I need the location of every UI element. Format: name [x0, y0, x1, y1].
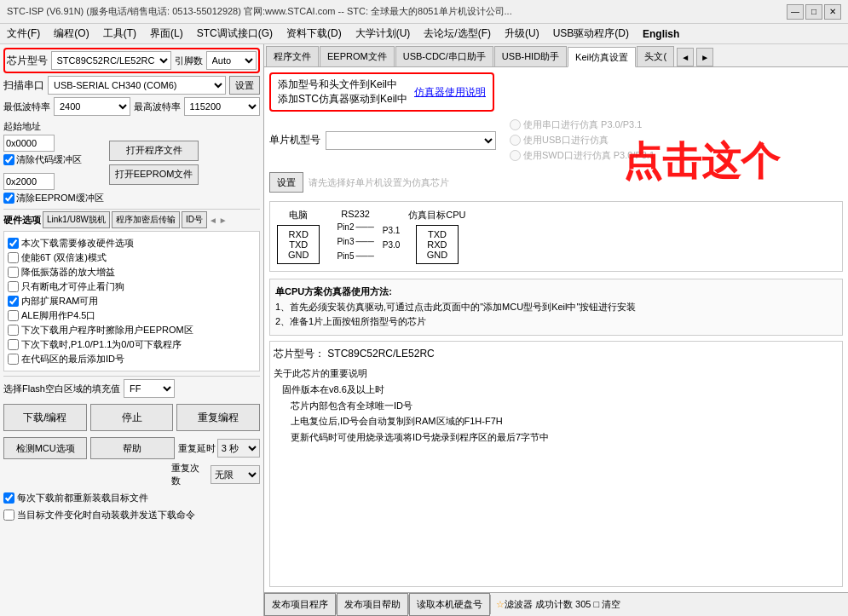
reprogram-btn[interactable]: 重复编程: [176, 404, 260, 431]
opt-5[interactable]: ALE脚用作P4.5口: [8, 309, 256, 322]
sim-usb[interactable]: 使用USB口进行仿真: [510, 134, 655, 147]
status-text: 滤波器 成功计数 305 □ 清空: [505, 598, 620, 611]
opt-0[interactable]: 本次下载需要修改硬件选项: [8, 237, 256, 250]
flash-select[interactable]: FF: [124, 379, 175, 398]
hardware-row: 硬件选项 Link1/U8W脱机 程序加密后传输 ID号 ◄ ►: [3, 209, 260, 228]
tab-prev[interactable]: ◄: [677, 48, 694, 66]
sim-swd[interactable]: 使用SWD口进行仿真 P3.0/P3.1: [510, 149, 655, 162]
detect-btn[interactable]: 检测MCU选项: [3, 437, 87, 459]
pin2: Pin2: [337, 222, 354, 232]
mcu-type-label: 单片机型号: [269, 133, 320, 147]
addr1-row: 起始地址 清除代码缓冲区 清除EEPROM缓冲区 打开程序文件 打开EEPROM…: [3, 120, 260, 204]
tab-header[interactable]: 头文(: [637, 46, 674, 66]
addr1-input[interactable]: [3, 135, 55, 152]
clear-code-label[interactable]: 清除代码缓冲区: [3, 153, 104, 166]
id-btn[interactable]: ID号: [182, 211, 207, 228]
open-eeprom-btn[interactable]: 打开EEPROM文件: [109, 164, 199, 185]
menu-program[interactable]: 编程(O): [50, 25, 92, 43]
open-prog-btn[interactable]: 打开程序文件: [109, 141, 199, 161]
publish-help-btn[interactable]: 发布项目帮助: [337, 593, 408, 616]
tab-next[interactable]: ►: [696, 48, 713, 66]
menu-usb-driver[interactable]: USB驱动程序(D): [550, 25, 632, 43]
clear-eeprom-check[interactable]: [3, 193, 14, 204]
info-chip-type: 芯片型号： STC89C52RC/LE52RC: [274, 345, 839, 362]
encrypt-btn[interactable]: 程序加密后传输: [112, 211, 180, 228]
settings-btn[interactable]: 设置: [229, 76, 260, 95]
flash-label: 选择Flash空白区域的填充值: [3, 383, 120, 395]
menu-forum[interactable]: 去论坛/选型(F): [420, 25, 494, 43]
sim-options: 使用串口进行仿真 P3.0/P3.1 使用USB口进行仿真 使用SWD口进行仿真…: [510, 118, 655, 162]
menu-ui[interactable]: 界面(L): [147, 25, 187, 43]
info-line3: 更新代码时可使用烧录选项将ID号烧录到程序区的最后7字节中: [291, 429, 839, 446]
menu-university[interactable]: 大学计划(U): [352, 25, 414, 43]
opt-8[interactable]: 在代码区的最后添加ID号: [8, 353, 256, 366]
tab-keil-sim[interactable]: Keil仿真设置: [568, 47, 636, 67]
gnd-left: GND: [288, 250, 309, 260]
opt-2[interactable]: 降低振荡器的放大增益: [8, 266, 256, 279]
arrow-left: ◄: [209, 216, 217, 225]
set-chip-btn[interactable]: 设置: [269, 172, 303, 193]
sim-serial[interactable]: 使用串口进行仿真 P3.0/P3.1: [510, 118, 655, 131]
tab-program-file[interactable]: 程序文件: [266, 46, 319, 66]
info-line2: 上电复位后,ID号会自动复制到RAM区域的F1H-F7H: [291, 413, 839, 429]
stop-btn[interactable]: 停止: [90, 404, 174, 431]
tab-eeprom-file[interactable]: EEPROM文件: [320, 46, 395, 66]
delay-select[interactable]: 3 秒: [217, 439, 260, 458]
menu-upgrade[interactable]: 升级(U): [501, 25, 543, 43]
action-btns: 下载/编程 停止 重复编程: [3, 404, 260, 431]
link1-btn[interactable]: Link1/U8W脱机: [43, 211, 110, 228]
minimize-btn[interactable]: —: [787, 4, 804, 20]
addr2-input[interactable]: [3, 173, 55, 190]
scan-label: 扫描串口: [3, 78, 44, 93]
min-baud-select[interactable]: 2400: [54, 97, 130, 116]
auto-check-row[interactable]: 当目标文件变化时自动装载并发送下载命令: [3, 509, 260, 521]
opt-6[interactable]: 下次下载用户程序时擦除用户EEPROM区: [8, 324, 256, 337]
menu-download[interactable]: 资料下载(D): [283, 25, 345, 43]
clear-eeprom-label[interactable]: 清除EEPROM缓冲区: [3, 192, 104, 204]
opt-7[interactable]: 下次下载时,P1.0/P1.1为0/0可下载程序: [8, 338, 256, 351]
close-btn[interactable]: ✕: [824, 4, 841, 20]
left-panel: 芯片型号 STC89C52RC/LE52RC 引脚数 Auto 扫描串口 USB…: [0, 44, 264, 616]
repeat-select[interactable]: 无限: [211, 465, 260, 484]
opt-3[interactable]: 只有断电才可停止看门狗: [8, 280, 256, 293]
chip-model-row: 芯片型号 STC89C52RC/LE52RC 引脚数 Auto: [3, 48, 260, 73]
chip-select[interactable]: STC89C52RC/LE52RC: [51, 51, 171, 70]
pin-count-select[interactable]: Auto: [206, 51, 257, 70]
pin3: Pin3: [337, 237, 354, 246]
info-line1: 芯片内部包含有全球唯一ID号: [291, 398, 839, 414]
tab-usb-cdc[interactable]: USB-CDC/串口助手: [395, 46, 493, 66]
mcu-type-row: 单片机型号 使用串口进行仿真 P3.0/P3.1 使用USB口进行仿真: [269, 118, 843, 162]
auto-label: 当目标文件变化时自动装载并发送下载命令: [17, 509, 195, 521]
help-btn[interactable]: 帮助: [90, 437, 174, 459]
port-select[interactable]: USB-SERIAL CH340 (COM6): [48, 76, 226, 95]
max-baud-select[interactable]: 115200: [184, 97, 261, 116]
download-btn[interactable]: 下载/编程: [3, 404, 87, 431]
auto-check[interactable]: [3, 509, 14, 521]
menu-file[interactable]: 文件(F): [3, 25, 43, 43]
menu-tools[interactable]: 工具(T): [100, 25, 140, 43]
status-area: ☆ 滤波器 成功计数 305 □ 清空: [491, 593, 848, 616]
clear-code-check[interactable]: [3, 154, 14, 165]
right-panel: 程序文件 EEPROM文件 USB-CDC/串口助手 USB-HID助手 Kei…: [264, 44, 848, 616]
right-tabs: 程序文件 EEPROM文件 USB-CDC/串口助手 USB-HID助手 Kei…: [264, 44, 848, 67]
mcu-type-select[interactable]: [326, 131, 496, 150]
menu-stc-debug[interactable]: STC调试接口(G): [193, 25, 276, 43]
reload-check-row[interactable]: 每次下载前都重新装载目标文件: [3, 492, 260, 504]
keil-link[interactable]: 仿真器使用说明: [414, 85, 486, 100]
diagram-area: 电脑 RXD TXD GND RS232 Pin2: [269, 201, 843, 272]
txd-right: TXD: [427, 229, 447, 239]
publish-prog-btn[interactable]: 发布项目程序: [264, 593, 336, 616]
baud-rate-row: 最低波特率 2400 最高波特率 115200: [3, 97, 260, 116]
info-line0: 固件版本在v8.6及以上时: [282, 382, 839, 398]
opt-1[interactable]: 使能6T (双倍速)模式: [8, 251, 256, 264]
repeat-label: 重复次数: [171, 462, 207, 487]
reload-check[interactable]: [3, 492, 14, 504]
star-icon: ☆: [496, 599, 505, 610]
opt-4[interactable]: 内部扩展RAM可用: [8, 295, 256, 308]
menu-english[interactable]: English: [639, 26, 683, 42]
read-hdd-btn[interactable]: 读取本机硬盘号: [409, 593, 490, 616]
maximize-btn[interactable]: □: [805, 4, 822, 20]
action-btns2: 检测MCU选项 帮助 重复延时 3 秒: [3, 437, 260, 459]
tab-usb-hid[interactable]: USB-HID助手: [494, 46, 567, 66]
right-content: 添加型号和头文件到Keil中 添加STC仿真器驱动到Keil中 仿真器使用说明 …: [264, 67, 848, 592]
